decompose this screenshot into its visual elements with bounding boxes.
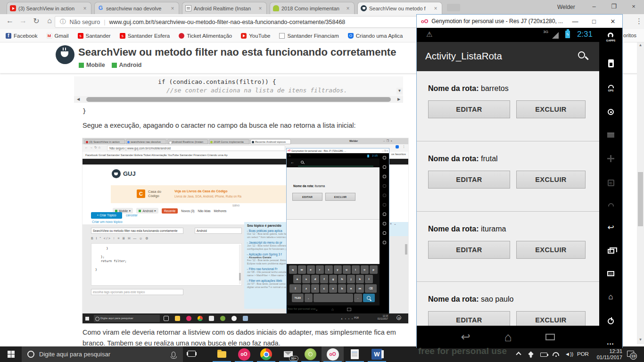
tab-android-realtime[interactable]: Android Realtime (Instan ×	[182, 2, 267, 14]
bookmark-santander-financiamentos[interactable]: Santander Financiam	[279, 33, 339, 39]
nav-recents-icon[interactable]	[545, 334, 555, 340]
shot-edit-button: EDITAR	[292, 193, 322, 201]
gps-icon[interactable]: GPS	[608, 85, 614, 92]
scrollbar-thumb[interactable]	[86, 97, 391, 102]
chrome-profile-name[interactable]: Welder	[557, 4, 575, 10]
taskbar-genymotion[interactable]: oO	[233, 346, 255, 362]
bookmark-criando-aplicacao[interactable]: OCriando uma Aplica	[348, 33, 403, 39]
scroll-down-icon[interactable]: ▼	[396, 88, 403, 94]
speaker-icon[interactable]: ◄))	[565, 351, 573, 357]
shot-key: p	[370, 265, 378, 274]
taskbar-search[interactable]: Digite aqui para pesquisar	[22, 346, 183, 362]
tab-2018-como-implementar[interactable]: 2018 Como implementan ×	[270, 2, 355, 14]
shot-key: r	[316, 265, 324, 274]
genymotion-titlebar[interactable]: oO Genymotion for personal use - Res J7 …	[417, 15, 622, 28]
battery-widget-icon[interactable]	[608, 59, 614, 67]
task-view-button[interactable]	[188, 351, 196, 357]
android-actionbar: Activity_ListaRota	[417, 42, 599, 71]
editar-button[interactable]: EDITAR	[428, 241, 510, 259]
tag-mobile[interactable]: Mobile	[79, 62, 105, 68]
bookmark-santander-esfera[interactable]: sSantander Esfera	[120, 33, 170, 39]
remote-control-icon[interactable]	[607, 155, 614, 162]
taskbar-chrome[interactable]	[255, 346, 277, 362]
shot-chrome-icon	[198, 316, 203, 321]
wifi-icon[interactable]	[553, 352, 559, 356]
screencast-icon[interactable]	[607, 132, 614, 138]
tab-searchview-nao-devolve[interactable]: G searchview nao devolve ×	[94, 2, 179, 14]
start-button[interactable]	[0, 346, 22, 362]
network-icon[interactable]	[608, 203, 614, 206]
excluir-button[interactable]: EXCLUIR	[516, 171, 586, 189]
camera-icon[interactable]	[608, 109, 614, 115]
gapps-icon[interactable]: GAPPS	[606, 33, 615, 42]
new-tab-button[interactable]	[447, 4, 460, 11]
genymotion-minimize-button[interactable]: —	[566, 18, 585, 25]
search-icon[interactable]	[578, 51, 585, 58]
taskbar-word[interactable]: W	[366, 346, 388, 362]
nav-back-icon[interactable]: ↩	[461, 331, 471, 343]
forward-icon[interactable]: →	[18, 16, 28, 25]
home-icon[interactable]: ⌂	[44, 16, 55, 25]
power-icon[interactable]	[608, 318, 614, 324]
reload-icon[interactable]: ↻	[31, 16, 41, 25]
tab-close-icon[interactable]: ×	[257, 5, 264, 12]
tab-close-icon[interactable]: ×	[345, 5, 351, 12]
shot-key: f	[320, 275, 328, 283]
genymotion-close-button[interactable]: ✕	[603, 18, 622, 25]
rotate-back-icon[interactable]: ↩	[607, 224, 614, 231]
shot-taskview-icon	[164, 316, 169, 321]
taskbar-file-explorer[interactable]	[211, 346, 233, 362]
shot-geny-keyboard: qwertyuiopasdfghjkl⇧zxcvbnm⌫?123,.	[287, 264, 380, 305]
bookmark-santander[interactable]: sSantander	[78, 33, 111, 39]
scroll-left-icon[interactable]: ◀	[75, 96, 82, 103]
taskbar-mail[interactable]: 99+	[277, 346, 299, 362]
power-icon[interactable]	[540, 353, 547, 357]
recents-icon[interactable]	[608, 249, 614, 254]
home-button-icon[interactable]: ⌂	[608, 293, 613, 301]
chrome-maximize-button[interactable]: ❐	[604, 0, 623, 13]
dropbox-icon[interactable]	[528, 351, 533, 356]
chrome-close-button[interactable]: ×	[624, 0, 643, 13]
identifiers-icon[interactable]: ID	[608, 180, 614, 186]
language-indicator[interactable]: POR	[577, 351, 589, 357]
tab-close-icon[interactable]: ×	[432, 5, 439, 12]
editar-button[interactable]: EDITAR	[428, 100, 510, 118]
scroll-down-icon[interactable]: ▼	[637, 337, 644, 342]
scroll-up-icon[interactable]: ▲	[637, 43, 644, 47]
info-icon[interactable]: ⓘ	[60, 18, 66, 26]
tab-searchview-metodo-filter[interactable]: SearchView ou metodo f ×	[357, 2, 442, 14]
code-horizontal-scrollbar[interactable]: ◀ ▶	[74, 96, 403, 103]
bookmark-youtube[interactable]: YouTube	[241, 33, 270, 39]
shot-key: z	[302, 284, 310, 293]
nav-home-icon[interactable]: ⌂	[504, 331, 512, 343]
tab-searchview-in-action[interactable]: (3) SearchView in action ×	[7, 2, 91, 14]
tab-close-icon[interactable]: ×	[169, 5, 176, 12]
shot-key: b	[338, 284, 346, 293]
bookmark-ticket-alimentacao[interactable]: Ticket Alimentação	[179, 33, 232, 39]
menu-icon[interactable]	[607, 271, 614, 276]
taskbar-notepad[interactable]	[344, 346, 366, 362]
excluir-button[interactable]: EXCLUIR	[516, 311, 586, 326]
editar-button[interactable]: EDITAR	[428, 171, 510, 189]
route-value: barretos	[481, 84, 509, 92]
editar-button[interactable]: EDITAR	[428, 311, 510, 326]
excluir-button[interactable]: EXCLUIR	[516, 100, 586, 118]
microphone-icon[interactable]	[172, 352, 175, 357]
scrollbar-thumb[interactable]	[638, 172, 643, 226]
tab-close-icon[interactable]: ×	[82, 5, 88, 12]
tray-chevron-icon[interactable]	[516, 352, 521, 357]
bookmark-facebook[interactable]: fFacebook	[6, 33, 38, 39]
tag-android[interactable]: Android	[112, 62, 142, 68]
taskbar-genymotion-player[interactable]: oO	[322, 346, 344, 362]
back-icon[interactable]: ←	[5, 16, 15, 25]
genymotion-maximize-button[interactable]: □	[585, 18, 603, 25]
scroll-right-icon[interactable]: ▶	[396, 96, 402, 103]
bookmark-gmail[interactable]: MGmail	[47, 33, 69, 39]
taskbar-android-studio[interactable]	[299, 346, 322, 362]
chrome-menu-icon[interactable]: ⋮	[636, 17, 643, 25]
shot-filter-novos: Novos (3)	[181, 209, 194, 213]
more-options-icon[interactable]: •••	[607, 342, 614, 346]
excluir-button[interactable]: EXCLUIR	[516, 241, 586, 259]
chrome-minimize-button[interactable]: –	[585, 0, 603, 13]
tray-clock[interactable]: 12:31 01/11/2017	[591, 348, 622, 361]
